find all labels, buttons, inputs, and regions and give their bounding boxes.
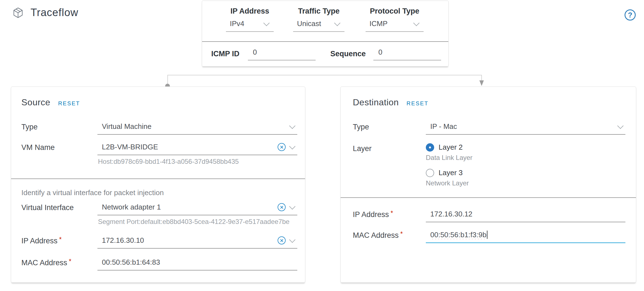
sequence-input[interactable]: 0: [373, 48, 441, 60]
connector-line-horizontal: [168, 75, 482, 75]
destination-mac-value: 00:50:56:b1:f3:9b: [430, 231, 623, 239]
chevron-down-icon[interactable]: [413, 20, 420, 26]
source-vm-name-label: VM Name: [21, 141, 97, 152]
destination-ip-input[interactable]: 172.16.30.12: [426, 208, 625, 222]
chevron-down-icon[interactable]: [617, 122, 624, 129]
destination-reset-button[interactable]: RESET: [407, 100, 429, 107]
layer2-radio-option[interactable]: Layer 2 Data Link Layer: [426, 143, 472, 162]
radio-selected-icon[interactable]: [426, 143, 434, 152]
destination-type-label: Type: [353, 121, 426, 131]
source-title-row: Source RESET: [21, 97, 80, 108]
traffic-type-value: Unicast: [297, 19, 321, 28]
traffic-type-field-group: Traffic Type Unicast: [293, 7, 344, 32]
destination-mac-row: MAC Address* 00:50:56:b1:f3:9b: [353, 229, 625, 243]
icmp-id-input[interactable]: 0: [248, 48, 316, 60]
source-type-row: Type Virtual Machine: [21, 121, 297, 135]
destination-mac-input[interactable]: 00:50:56:b1:f3:9b: [426, 229, 625, 243]
chevron-down-icon[interactable]: [289, 143, 296, 149]
destination-mac-label: MAC Address*: [353, 229, 426, 240]
destination-type-value: IP - Mac: [430, 122, 615, 131]
protocol-panel: IP Address IPv4 Traffic Type Unicast Pro…: [202, 1, 449, 67]
protocol-type-field-group: Protocol Type ICMP: [366, 7, 424, 32]
required-asterisk: *: [69, 258, 71, 265]
source-vm-name-value: L2B-VM-BRIDGE: [102, 143, 274, 151]
source-type-select[interactable]: Virtual Machine: [97, 121, 297, 135]
help-icon[interactable]: ?: [625, 9, 636, 21]
destination-ip-value: 172.16.30.12: [430, 210, 623, 218]
required-asterisk: *: [400, 230, 403, 238]
source-reset-button[interactable]: RESET: [58, 100, 80, 107]
layer2-radio-label: Layer 2: [439, 143, 463, 152]
clear-circle-x-icon[interactable]: [278, 143, 286, 151]
required-asterisk: *: [391, 210, 393, 217]
destination-title: Destination: [353, 97, 399, 108]
source-ip-value: 172.16.30.10: [102, 236, 274, 245]
chevron-down-icon[interactable]: [289, 203, 296, 210]
chevron-down-icon[interactable]: [289, 236, 296, 243]
traceflow-cube-icon: [12, 7, 24, 19]
layer3-radio-label: Layer 3: [439, 169, 463, 177]
sequence-label: Sequence: [330, 50, 366, 58]
destination-panel: Destination RESET Type IP - Mac Layer La…: [340, 86, 636, 283]
source-mac-input[interactable]: 00:50:56:b1:64:83: [97, 256, 297, 270]
virtual-interface-value: Network adapter 1: [102, 203, 274, 211]
clear-circle-x-icon[interactable]: [278, 203, 286, 211]
source-type-value: Virtual Machine: [102, 122, 287, 131]
ip-version-label: IP Address: [226, 7, 274, 16]
segment-port-helper: Segment Port:default:eb8bd403-5cea-4122-…: [98, 218, 290, 226]
layer3-radio-description: Network Layer: [426, 179, 469, 187]
destination-type-row: Type IP - Mac: [353, 121, 625, 135]
source-ip-input[interactable]: 172.16.30.10: [97, 234, 297, 249]
virtual-interface-hint: Identify a virtual interface for packet …: [21, 188, 164, 197]
protocol-type-value: ICMP: [369, 19, 388, 28]
clear-circle-x-icon[interactable]: [278, 236, 286, 244]
layer2-radio-description: Data Link Layer: [426, 154, 472, 162]
destination-ip-row: IP Address* 172.16.30.12: [353, 208, 625, 222]
source-vm-name-select[interactable]: L2B-VM-BRIDGE: [97, 141, 297, 155]
connector-arrow-down-icon: [479, 80, 484, 86]
source-vm-host-helper: Host:db978c69-bbd1-4f13-a056-37d9458bb43…: [98, 158, 239, 165]
ip-version-field-group: IP Address IPv4: [226, 7, 274, 32]
protocol-type-select[interactable]: ICMP: [366, 19, 424, 32]
protocol-type-label: Protocol Type: [366, 7, 424, 16]
source-virtual-interface-row: Virtual Interface Network adapter 1: [21, 201, 297, 215]
traffic-type-label: Traffic Type: [293, 7, 344, 16]
destination-type-select[interactable]: IP - Mac: [426, 121, 625, 135]
app-header: Traceflow: [12, 7, 78, 19]
traffic-type-select[interactable]: Unicast: [293, 19, 344, 32]
protocol-panel-divider: [202, 41, 448, 42]
chevron-down-icon[interactable]: [334, 20, 341, 26]
icmp-id-label: ICMP ID: [211, 50, 240, 58]
source-panel: Source RESET Type Virtual Machine VM Nam…: [11, 86, 305, 283]
virtual-interface-select[interactable]: Network adapter 1: [97, 201, 297, 215]
source-mac-label: MAC Address*: [21, 256, 97, 267]
text-cursor: [487, 231, 487, 239]
source-mac-value: 00:50:56:b1:64:83: [102, 258, 295, 267]
ip-version-value: IPv4: [230, 19, 244, 28]
required-asterisk: *: [59, 236, 62, 243]
source-mac-row: MAC Address* 00:50:56:b1:64:83: [21, 256, 297, 270]
connector-line-source: [167, 75, 168, 84]
source-vm-name-row: VM Name L2B-VM-BRIDGE: [21, 141, 297, 155]
destination-ip-label: IP Address*: [353, 208, 426, 219]
layer-label: Layer: [353, 142, 426, 153]
source-ip-label: IP Address*: [21, 234, 97, 245]
source-section-divider: [11, 178, 305, 179]
destination-title-row: Destination RESET: [353, 97, 429, 108]
ip-version-select[interactable]: IPv4: [226, 19, 274, 32]
source-ip-row: IP Address* 172.16.30.10: [21, 234, 297, 249]
radio-unselected-icon[interactable]: [426, 169, 434, 177]
source-title: Source: [21, 97, 50, 108]
chevron-down-icon[interactable]: [289, 122, 296, 129]
connector-line-destination: [481, 75, 482, 81]
source-type-label: Type: [21, 121, 97, 131]
destination-section-divider: [341, 197, 636, 198]
page-title: Traceflow: [31, 7, 78, 19]
chevron-down-icon[interactable]: [263, 20, 270, 26]
layer3-radio-option[interactable]: Layer 3 Network Layer: [426, 169, 469, 187]
virtual-interface-label: Virtual Interface: [21, 201, 97, 212]
